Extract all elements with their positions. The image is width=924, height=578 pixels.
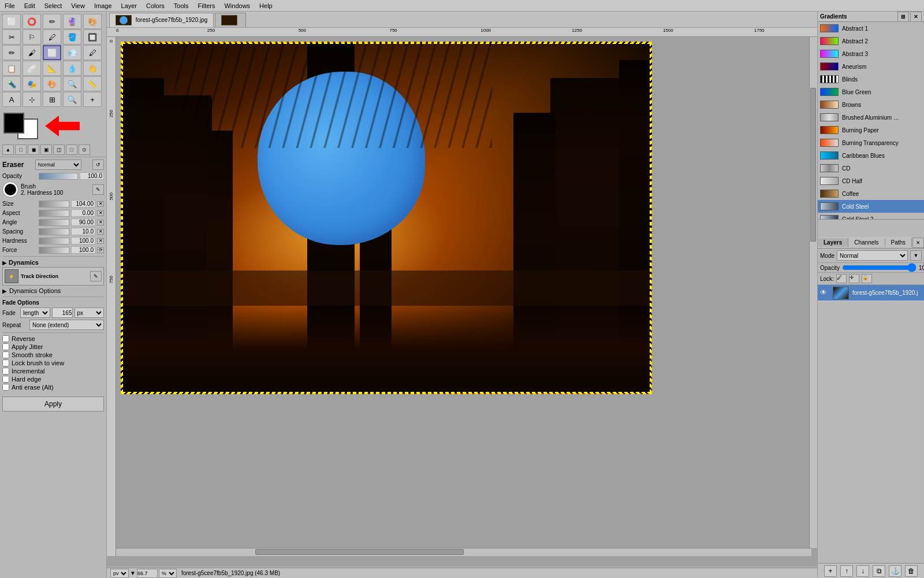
size-reset-btn[interactable]: ✕ (97, 201, 104, 207)
tool-foreground-select[interactable]: ⚐ (23, 29, 41, 45)
mode-btn-5[interactable]: ◫ (53, 144, 65, 155)
tool-pencil[interactable]: ✏ (2, 45, 21, 60)
tool-healing[interactable]: 🩹 (23, 61, 41, 76)
tool-extra[interactable]: + (83, 92, 102, 107)
tool-paths[interactable]: 🖊 (43, 29, 61, 45)
canvas-scroll-area[interactable]: 0 250 500 750 1000 1250 1500 1750 0 250 … (107, 28, 817, 556)
gradient-item-aneurism[interactable]: Aneurism (818, 60, 924, 73)
mode-btn-1[interactable]: ▲ (2, 144, 14, 155)
mode-btn-2[interactable]: □ (15, 144, 27, 155)
spacing-reset-btn[interactable]: ✕ (97, 229, 104, 235)
lock-pixels-btn[interactable]: 🖊 (836, 274, 847, 283)
layers-config-btn[interactable]: ▼ (910, 250, 922, 261)
gradient-item-cd[interactable]: CD (818, 162, 924, 175)
tool-paint-bucket[interactable]: 🪣 (63, 29, 81, 45)
incremental-checkbox[interactable] (2, 368, 9, 375)
tab-channels[interactable]: Channels (848, 238, 885, 247)
menu-file[interactable]: File (0, 1, 20, 10)
menu-select[interactable]: Select (40, 1, 67, 10)
layer-opacity-slider[interactable] (842, 264, 916, 271)
zoom-select[interactable]: pv (110, 569, 129, 578)
gradient-item-burning-paper[interactable]: Burning Paper (818, 124, 924, 136)
dynamics-options-arrow[interactable]: ▶ (2, 288, 7, 294)
spacing-slider[interactable] (39, 228, 69, 235)
gradient-item-bluegreen[interactable]: Blue Green (818, 86, 924, 98)
tool-magnify[interactable]: 🔍 (63, 92, 81, 107)
hard-edge-checkbox[interactable] (2, 376, 9, 383)
menu-tools[interactable]: Tools (169, 1, 193, 10)
tool-colorize[interactable]: 🎨 (43, 76, 61, 91)
layer-mode-select[interactable]: Normal (837, 250, 908, 261)
layer-item-forest[interactable]: 👁 forest-g5cee7fb5b_1920.j (818, 285, 924, 301)
apply-jitter-checkbox[interactable] (2, 343, 9, 350)
aspect-reset-btn[interactable]: ✕ (97, 210, 104, 216)
opacity-slider[interactable] (39, 173, 78, 180)
tool-measure[interactable]: 📏 (83, 76, 102, 91)
tab-layers[interactable]: Layers (818, 238, 848, 247)
gradient-item-brushed-aluminium[interactable]: Brushed Aluminium … (818, 111, 924, 124)
tool-align[interactable]: ⊞ (43, 92, 61, 107)
gradients-close-btn[interactable]: ✕ (910, 12, 922, 22)
gradient-item-cold-steel[interactable]: Cold Steel (818, 200, 924, 213)
aspect-slider[interactable] (39, 210, 69, 217)
tab-paths[interactable]: Paths (885, 238, 912, 247)
reverse-checkbox[interactable] (2, 335, 9, 342)
angle-reset-btn[interactable]: ✕ (97, 220, 104, 225)
tool-eraser[interactable]: ⬜ (43, 45, 61, 60)
brush-preview[interactable] (2, 181, 18, 198)
tool-perspective-clone[interactable]: 📐 (43, 61, 61, 76)
canvas-tab-1[interactable]: forest-g5cee7fb5b_1920.jpg (109, 13, 214, 27)
menu-edit[interactable]: Edit (20, 1, 40, 10)
gradient-item-coffee[interactable]: Coffee (818, 187, 924, 200)
layers-duplicate-btn[interactable]: ⧉ (873, 565, 885, 577)
tool-blend[interactable]: 🔲 (83, 29, 102, 45)
hardness-reset-btn[interactable]: ✕ (97, 238, 104, 244)
tool-text[interactable]: A (2, 92, 21, 107)
h-scrollbar-thumb[interactable] (255, 549, 464, 555)
gradient-item-cd-half[interactable]: CD Half (818, 175, 924, 187)
layers-lower-btn[interactable]: ↓ (856, 565, 869, 577)
tool-desaturate[interactable]: 🎭 (23, 76, 41, 91)
tool-zoom[interactable]: 🔍 (63, 76, 81, 91)
gradient-item-abstract3[interactable]: Abstract 3 (818, 47, 924, 60)
menu-colors[interactable]: Colors (141, 1, 169, 10)
mode-btn-6[interactable]: □ (66, 144, 77, 155)
layers-delete-btn[interactable]: 🗑 (905, 565, 918, 577)
menu-image[interactable]: Image (90, 1, 117, 10)
layers-raise-btn[interactable]: ↑ (840, 565, 853, 577)
tool-airbrush[interactable]: 💨 (63, 45, 81, 60)
layers-close-btn[interactable]: ✕ (912, 238, 924, 248)
gradient-item-blinds[interactable]: Blinds (818, 73, 924, 86)
menu-windows[interactable]: Windows (219, 1, 255, 10)
canvas-tab-2[interactable] (215, 13, 246, 27)
gradient-item-burning-transparency[interactable]: Burning Transparency (818, 136, 924, 149)
tool-options-reset[interactable]: ↺ (92, 160, 104, 170)
fade-value-input[interactable] (52, 307, 73, 318)
fade-type-select[interactable]: length (20, 307, 50, 318)
fade-unit-select[interactable]: px (74, 307, 105, 318)
fg-bg-swatch[interactable] (3, 113, 38, 139)
apply-button[interactable]: Apply (2, 397, 104, 412)
gradient-item-caribbean-blues[interactable]: Caribbean Blues (818, 149, 924, 162)
tool-clone[interactable]: 📋 (2, 61, 21, 76)
menu-layer[interactable]: Layer (117, 1, 142, 10)
force-slider[interactable] (39, 247, 69, 254)
size-slider[interactable] (39, 201, 69, 208)
mode-btn-4[interactable]: ▣ (40, 144, 52, 155)
dynamics-expand-arrow[interactable]: ▶ (2, 260, 7, 266)
menu-filters[interactable]: Filters (193, 1, 220, 10)
gradient-item-abstract1[interactable]: Abstract 1 (818, 22, 924, 35)
gradients-view-btn[interactable]: ⊞ (897, 12, 909, 22)
gradient-item-browns[interactable]: Browns (818, 98, 924, 111)
tool-path-edit[interactable]: ⊹ (23, 92, 41, 107)
angle-slider[interactable] (39, 219, 69, 226)
lock-all-btn[interactable]: 🔒 (862, 274, 872, 283)
force-reset-btn[interactable]: ⟳ (97, 247, 104, 253)
layers-new-btn[interactable]: + (824, 565, 837, 577)
lock-position-btn[interactable]: ✛ (849, 274, 859, 283)
tool-dodge-burn[interactable]: 🔦 (2, 76, 21, 91)
tool-blur-sharpen[interactable]: 💧 (63, 61, 81, 76)
zoom-unit-select[interactable]: % (159, 569, 177, 578)
tool-smudge[interactable]: 👋 (83, 61, 102, 76)
tool-free-select[interactable]: ✏ (43, 14, 61, 29)
